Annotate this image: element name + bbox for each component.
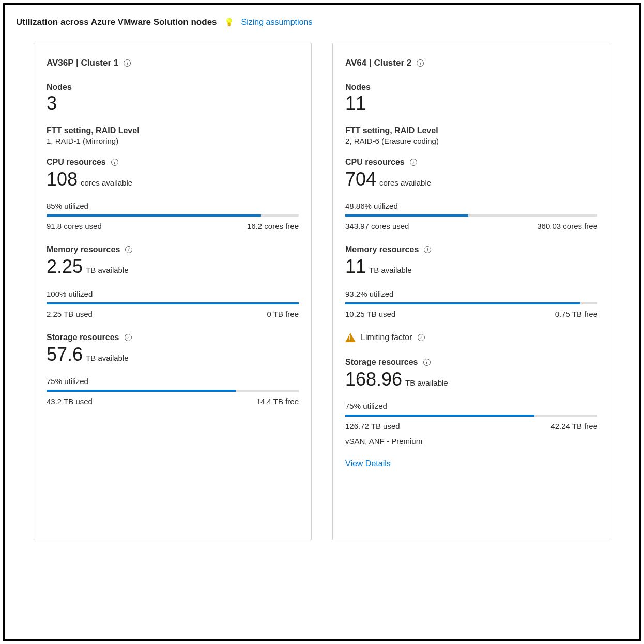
cpu-block: CPU resources i 108 cores available 85% … [47, 158, 299, 231]
cluster-title: AV64 | Cluster 2 [345, 58, 411, 68]
cpu-unit: cores available [81, 178, 132, 187]
lightbulb-icon: 💡 [224, 18, 234, 27]
info-icon[interactable]: i [417, 59, 424, 67]
cpu-progress [345, 214, 597, 217]
cpu-value: 704 [345, 169, 376, 190]
storage-block: Storage resources i 168.96 TB available … [345, 358, 597, 431]
cluster-title-row: AV64 | Cluster 2 i [345, 58, 597, 68]
memory-label: Memory resources [47, 245, 120, 254]
cpu-value: 108 [47, 169, 78, 190]
cpu-unit: cores available [379, 178, 431, 187]
info-icon[interactable]: i [423, 359, 431, 366]
nodes-count: 11 [345, 93, 366, 114]
memory-value: 2.25 [47, 256, 83, 277]
cpu-block: CPU resources i 704 cores available 48.8… [345, 158, 597, 231]
cpu-progress-fill [345, 214, 468, 217]
info-icon[interactable]: i [424, 246, 431, 253]
cluster-card-1: AV36P | Cluster 1 i Nodes 3 FTT setting,… [34, 43, 312, 540]
cpu-used: 91.8 cores used [47, 222, 102, 231]
limiting-factor-label: Limiting factor [361, 333, 412, 342]
ftt-value: 2, RAID-6 (Erasure coding) [345, 136, 597, 145]
storage-utilized: 75% utilized [345, 402, 597, 410]
storage-unit: TB available [405, 378, 448, 387]
cpu-progress [47, 214, 299, 217]
nodes-label: Nodes [47, 83, 299, 92]
panel-header: Utilization across Azure VMware Solution… [16, 17, 628, 27]
memory-progress-fill [345, 302, 580, 304]
ftt-label: FTT setting, RAID Level [47, 126, 299, 135]
cpu-label: CPU resources [345, 158, 405, 167]
cluster-cards: AV36P | Cluster 1 i Nodes 3 FTT setting,… [16, 43, 628, 540]
memory-utilized: 93.2% utilized [345, 289, 597, 298]
sizing-assumptions-link[interactable]: Sizing assumptions [241, 18, 313, 27]
nodes-count: 3 [47, 93, 57, 114]
storage-free: 14.4 TB free [256, 397, 299, 406]
storage-progress-fill [345, 415, 534, 417]
memory-progress [47, 302, 299, 304]
cpu-free: 360.03 cores free [537, 222, 597, 231]
memory-block: Memory resources i 11 TB available 93.2%… [345, 245, 597, 318]
storage-value: 168.96 [345, 369, 402, 390]
cpu-free: 16.2 cores free [247, 222, 299, 231]
memory-value: 11 [345, 256, 366, 277]
cluster-title-row: AV36P | Cluster 1 i [47, 58, 299, 68]
storage-progress-fill [47, 390, 236, 392]
memory-utilized: 100% utilized [47, 289, 299, 298]
storage-label: Storage resources [47, 333, 119, 342]
info-icon[interactable]: i [125, 246, 132, 253]
info-icon[interactable]: i [125, 334, 132, 341]
memory-label: Memory resources [345, 245, 419, 254]
memory-progress [345, 302, 597, 304]
info-icon[interactable]: i [410, 159, 417, 166]
storage-progress [47, 390, 299, 392]
nodes-value-row: 3 [47, 93, 299, 114]
cpu-used: 343.97 cores used [345, 222, 409, 231]
view-details-link[interactable]: View Details [345, 459, 391, 468]
ftt-value: 1, RAID-1 (Mirroring) [47, 136, 299, 145]
storage-unit: TB available [86, 354, 129, 362]
storage-utilized: 75% utilized [47, 377, 299, 386]
cpu-utilized: 85% utilized [47, 202, 299, 210]
cluster-title: AV36P | Cluster 1 [47, 58, 118, 68]
limiting-factor-row: Limiting factor i [345, 333, 597, 342]
nodes-value-row: 11 [345, 93, 597, 114]
storage-block: Storage resources i 57.6 TB available 75… [47, 333, 299, 406]
storage-free: 42.24 TB free [550, 422, 597, 431]
cpu-progress-fill [47, 214, 261, 217]
memory-unit: TB available [369, 266, 412, 274]
cluster-card-2: AV64 | Cluster 2 i Nodes 11 FTT setting,… [332, 43, 610, 540]
memory-unit: TB available [86, 266, 129, 274]
storage-label: Storage resources [345, 358, 418, 367]
memory-free: 0.75 TB free [555, 310, 597, 318]
memory-used: 10.25 TB used [345, 310, 395, 318]
memory-free: 0 TB free [267, 310, 299, 318]
memory-block: Memory resources i 2.25 TB available 100… [47, 245, 299, 318]
storage-used: 126.72 TB used [345, 422, 400, 431]
storage-used: 43.2 TB used [47, 397, 93, 406]
storage-progress [345, 415, 597, 417]
info-icon[interactable]: i [124, 59, 131, 67]
ftt-label: FTT setting, RAID Level [345, 126, 597, 135]
warning-icon [345, 333, 356, 342]
cpu-utilized: 48.86% utilized [345, 202, 597, 210]
info-icon[interactable]: i [111, 159, 118, 166]
storage-extra: vSAN, ANF - Premium [345, 437, 597, 446]
page-title: Utilization across Azure VMware Solution… [16, 17, 217, 27]
info-icon[interactable]: i [418, 334, 425, 341]
memory-progress-fill [47, 302, 299, 304]
memory-used: 2.25 TB used [47, 310, 93, 318]
utilization-panel: Utilization across Azure VMware Solution… [3, 3, 641, 641]
nodes-label: Nodes [345, 83, 597, 92]
storage-value: 57.6 [47, 344, 83, 365]
cpu-label: CPU resources [47, 158, 106, 167]
